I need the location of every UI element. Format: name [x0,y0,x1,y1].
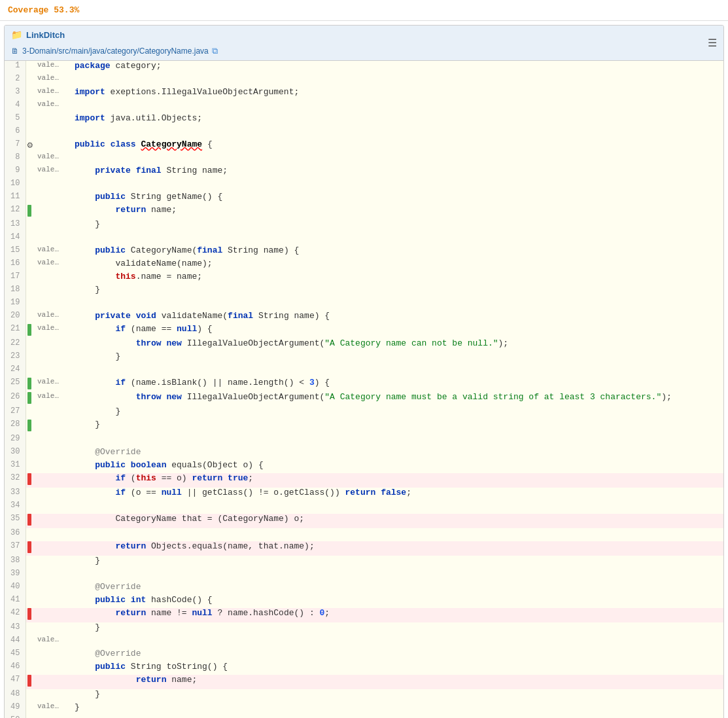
coverage-bar [26,715,35,718]
table-row: 21vale… if (name == null) { [5,324,723,338]
coverage-bar [26,595,35,608]
line-number: 50 [5,715,26,718]
side-text [35,501,71,514]
coverage-bar [26,324,35,338]
code-line: public String getName() { [71,192,723,205]
code-line: import java.util.Objects; [71,113,723,126]
table-row: 40 @Override [5,582,723,595]
code-line: this.name = name; [71,272,723,285]
code-line: return Objects.equals(name, that.name); [71,541,723,556]
code-line: } [71,556,723,569]
side-text: vale… [35,311,71,324]
folder-icon: 📁 [11,29,22,41]
table-row: 12 return name; [5,205,723,219]
coverage-bar [26,662,35,675]
coverage-bar [26,582,35,595]
line-number: 2 [5,74,26,87]
line-number: 47 [5,675,26,689]
side-text [35,569,71,582]
code-line: public class CategoryName { [71,139,723,153]
side-text [35,608,71,622]
coverage-bar [26,501,35,514]
line-number: 46 [5,662,26,675]
coverage-bar [26,420,35,434]
coverage-bar [26,219,35,232]
table-row: 28 } [5,420,723,434]
coverage-bar [26,179,35,192]
table-row: 29 [5,434,723,447]
table-row: 27 } [5,406,723,420]
side-text [35,447,71,460]
table-row: 25vale… if (name.isBlank() || name.lengt… [5,378,723,392]
coverage-bar [26,473,35,488]
side-text [35,595,71,608]
file-path-row: 🗎 3-Domain/src/main/java/category/Catego… [11,46,218,56]
line-number: 14 [5,232,26,245]
table-row: 34 [5,501,723,514]
side-text [35,460,71,473]
line-number: 45 [5,649,26,662]
coverage-bar [26,245,35,259]
file-icon: 🗎 [11,46,19,56]
code-line: if (name.isBlank() || name.length() < 3)… [71,378,723,392]
code-line: } [71,351,723,365]
table-row: 18 } [5,285,723,298]
coverage-bar [26,675,35,689]
line-number: 43 [5,622,26,636]
line-number: 24 [5,365,26,378]
line-number: 16 [5,259,26,272]
side-text [35,582,71,595]
line-number: 18 [5,285,26,298]
table-row: 6 [5,126,723,139]
side-text [35,272,71,285]
code-line: public boolean equals(Object o) { [71,460,723,473]
hamburger-icon[interactable]: ☰ [708,37,717,50]
line-number: 7 [5,139,26,153]
coverage-bar [26,192,35,205]
table-row: 31 public boolean equals(Object o) { [5,460,723,473]
line-number: 3 [5,87,26,100]
table-row: 44vale… [5,636,723,649]
code-line [71,528,723,541]
side-text: vale… [35,100,71,113]
line-number: 11 [5,192,26,205]
side-text [35,139,71,153]
coverage-bar [26,259,35,272]
code-line [71,636,723,649]
table-row: 10 [5,179,723,192]
table-row: 1vale…package category; [5,61,723,74]
table-row: 8vale… [5,153,723,166]
code-line: import exeptions.IllegalValueObjectArgum… [71,87,723,100]
coverage-bar [26,541,35,556]
code-line: } [71,689,723,702]
table-row: 43 } [5,622,723,636]
side-text: vale… [35,324,71,338]
coverage-bar [26,298,35,311]
copy-icon[interactable]: ⧉ [212,46,218,56]
line-number: 36 [5,528,26,541]
coverage-bar [26,528,35,541]
table-row: 11 public String getName() { [5,192,723,205]
side-text [35,205,71,219]
coverage-bar [26,365,35,378]
table-row: 48 } [5,689,723,702]
side-text [35,192,71,205]
code-line: package category; [71,61,723,74]
line-number: 31 [5,460,26,473]
code-line: } [71,219,723,232]
table-row: 47 return name; [5,675,723,689]
table-row: 36 [5,528,723,541]
coverage-bar [26,434,35,447]
table-row: 39 [5,569,723,582]
table-row: 5import java.util.Objects; [5,113,723,126]
line-number: 33 [5,488,26,501]
side-text [35,351,71,365]
coverage-bar [26,608,35,622]
line-number: 38 [5,556,26,569]
line-number: 44 [5,636,26,649]
code-line [71,179,723,192]
table-row: 42 return name != null ? name.hashCode()… [5,608,723,622]
code-line [71,715,723,718]
table-row: 13 } [5,219,723,232]
coverage-bar [26,488,35,501]
